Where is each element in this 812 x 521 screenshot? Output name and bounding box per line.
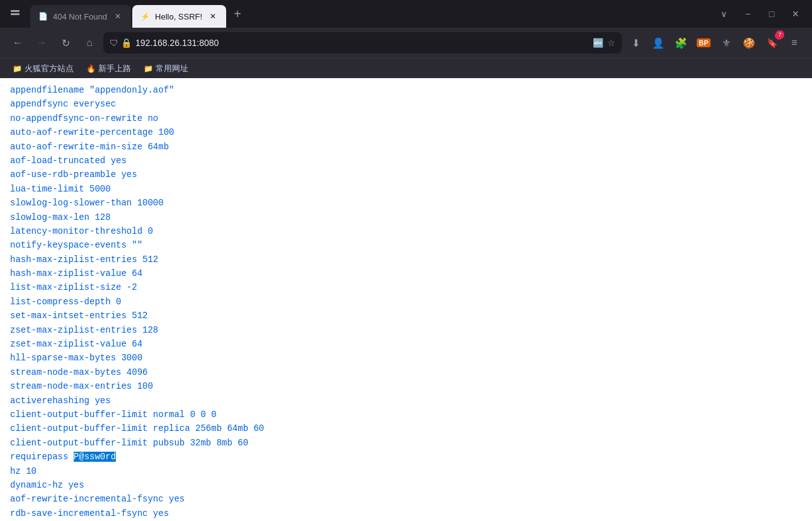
refresh-button[interactable]: ↻ (55, 33, 76, 53)
tab2-title: Hello, SSRF! (155, 12, 202, 21)
content-line: aof-use-rdb-preamble yes (10, 168, 802, 181)
account-icon[interactable]: 👤 (648, 33, 668, 53)
address-security-icons: 🛡 🔒 (110, 38, 132, 48)
tab1-title: 404 Not Found (53, 12, 107, 21)
bookmark-favicon-1: 📁 (13, 64, 22, 73)
content-line: aof-rewrite-incremental-fsync yes (10, 492, 802, 506)
bookmark-star-icon[interactable]: ☆ (607, 38, 615, 48)
content-line: activerehashing yes (10, 394, 802, 408)
ext-bp-icon[interactable]: BP (694, 33, 714, 53)
content-line: dynamic-hz yes (10, 478, 802, 492)
minimize-button[interactable]: − (736, 5, 759, 23)
address-bar[interactable]: 🛡 🔒 192.168.26.131:8080 🔤 ☆ (103, 32, 622, 54)
bookmark-newcomer[interactable]: 🔥 新手上路 (81, 62, 136, 76)
tab-group: 📄 404 Not Found ✕ ⚡ Hello, SSRF! ✕ (30, 0, 226, 28)
content-line: client-output-buffer-limit replica 256mb… (10, 421, 802, 435)
tab2-favicon: ⚡ (140, 11, 150, 21)
bookmark-label-3: 常用网址 (156, 63, 188, 74)
address-text: 192.168.26.131:8080 (135, 38, 589, 48)
content-line: zset-max-ziplist-entries 128 (10, 323, 802, 337)
bookmark-favicon-2: 🔥 (86, 64, 96, 73)
content-line: slowlog-max-len 128 (10, 210, 802, 224)
content-line: aof-load-truncated yes (10, 154, 802, 168)
content-line: rdb-save-incremental-fsync yes (10, 507, 802, 520)
content-line: list-max-ziplist-size -2 (10, 280, 802, 294)
content-line: hash-max-ziplist-value 64 (10, 266, 802, 280)
downloads-icon[interactable]: ⬇ (626, 33, 646, 53)
content-line: requirepass P@ssw0rd (10, 450, 802, 464)
content-line: auto-aof-rewrite-min-size 64mb (10, 140, 802, 154)
tab-hello-ssrf[interactable]: ⚡ Hello, SSRF! ✕ (132, 5, 226, 28)
home-button[interactable]: ⌂ (79, 33, 100, 53)
content-area[interactable]: appendfilename "appendonly.aof"appendfsy… (0, 78, 812, 521)
content-line: no-appendfsync-on-rewrite no (10, 112, 802, 125)
content-line: hll-sparse-max-bytes 3000 (10, 351, 802, 365)
svg-rect-1 (11, 13, 20, 15)
content-line: zset-max-ziplist-value 64 (10, 337, 802, 351)
bookmarks-bar: 📁 火狐官方站点 🔥 新手上路 📁 常用网址 (0, 58, 812, 78)
back-button[interactable]: ← (8, 33, 28, 53)
forward-button[interactable]: → (31, 33, 52, 53)
shield-icon: 🛡 (110, 38, 118, 48)
lock-icon: 🔒 (121, 38, 132, 48)
content-line: notify-keyspace-events "" (10, 238, 802, 252)
content-line: client-output-buffer-limit pubsub 32mb 8… (10, 436, 802, 450)
new-tab-button[interactable]: + (229, 8, 246, 20)
content-line: latency-monitor-threshold 0 (10, 224, 802, 238)
content-line: hash-max-ziplist-entries 512 (10, 253, 802, 266)
tab1-close-button[interactable]: ✕ (112, 11, 123, 22)
bookmark-favicon-3: 📁 (144, 64, 153, 73)
extensions-icon[interactable]: 🧩 (671, 33, 691, 53)
tab1-favicon: 📄 (38, 11, 48, 21)
content-line: hz 10 (10, 464, 802, 478)
bookmark-official-site[interactable]: 📁 火狐官方站点 (8, 62, 79, 76)
content-line: appendfilename "appendonly.aof" (10, 83, 802, 97)
highlighted-password: P@ssw0rd (74, 452, 116, 462)
content-line: stream-node-max-entries 100 (10, 379, 802, 393)
content-line: auto-aof-rewrite-percentage 100 (10, 125, 802, 139)
content-line: lua-time-limit 5000 (10, 182, 802, 196)
translate-icon[interactable]: 🔤 (593, 38, 603, 48)
content-line: list-compress-depth 0 (10, 295, 802, 309)
bookmark-label-1: 火狐官方站点 (25, 63, 74, 74)
close-button[interactable]: ✕ (784, 5, 807, 23)
navbar: ← → ↻ ⌂ 🛡 🔒 192.168.26.131:8080 🔤 ☆ ⬇ 👤 … (0, 28, 812, 58)
maximize-button[interactable]: □ (760, 5, 783, 23)
tab2-close-button[interactable]: ✕ (207, 11, 219, 22)
content-line: stream-node-max-bytes 4096 (10, 365, 802, 379)
content-line: appendfsync everysec (10, 97, 802, 111)
bookmark-common-sites[interactable]: 📁 常用网址 (139, 62, 193, 76)
ext-badge-icon[interactable]: 🔖 7 (762, 33, 782, 53)
tab-list-button[interactable] (5, 4, 25, 24)
content-line: set-max-intset-entries 512 (10, 309, 802, 323)
svg-rect-0 (11, 10, 20, 12)
content-line: slowlog-log-slower-than 10000 (10, 196, 802, 210)
bookmark-label-2: 新手上路 (98, 63, 131, 74)
titlebar: 📄 404 Not Found ✕ ⚡ Hello, SSRF! ✕ + ∨ −… (0, 0, 812, 28)
menu-button[interactable]: ≡ (784, 33, 804, 53)
ext-vpn-icon[interactable]: ⚜ (716, 33, 736, 53)
content-line: client-output-buffer-limit normal 0 0 0 (10, 408, 802, 421)
titlebar-controls: ∨ − □ ✕ (712, 5, 807, 23)
chevron-down-button[interactable]: ∨ (712, 5, 735, 23)
tab-404-not-found[interactable]: 📄 404 Not Found ✕ (30, 5, 131, 28)
ext-cookie-icon[interactable]: 🍪 (739, 33, 759, 53)
nav-toolbar-right: ⬇ 👤 🧩 BP ⚜ 🍪 🔖 7 ≡ (626, 33, 804, 53)
